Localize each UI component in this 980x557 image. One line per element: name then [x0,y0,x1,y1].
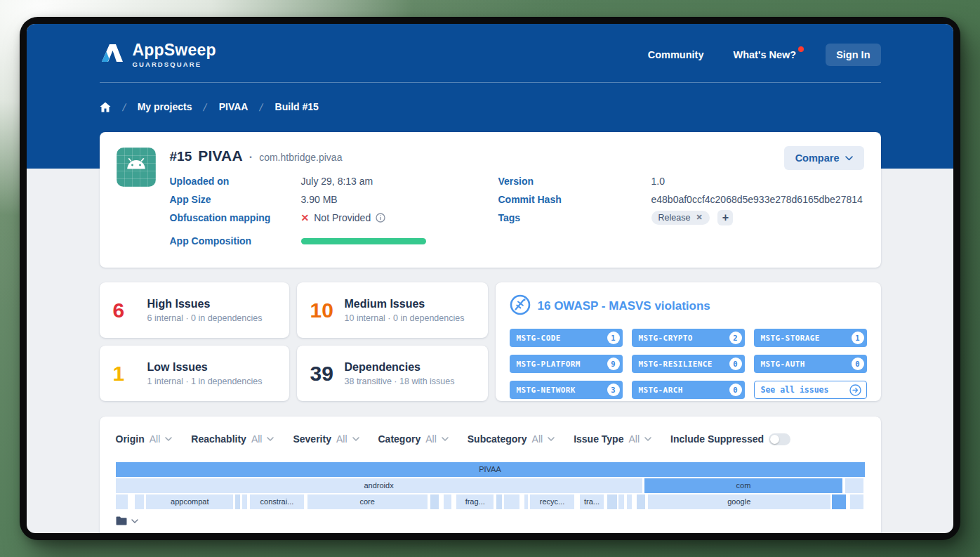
field-app-composition: App Composition [170,232,498,250]
breadcrumb-item-my-projects[interactable]: My projects [138,101,192,112]
treemap-node-tra[interactable]: tra... [580,494,604,509]
summary-title: High Issues [147,298,263,310]
treemap-node[interactable] [627,494,632,509]
include-suppressed-toggle[interactable] [769,433,790,445]
field-app-size: App Size 3.90 MB [170,190,498,209]
treemap-node-androidx[interactable]: androidx [116,478,642,493]
filter-label: Severity [293,433,331,445]
summary-subtitle: 1 internal · 1 in dependencies [147,376,263,386]
folder-icon [116,516,127,525]
badge-label: MSTG-ARCH [639,386,683,395]
treemap-node[interactable] [116,494,128,509]
compare-button[interactable]: Compare [784,146,864,170]
treemap-node-pivaa[interactable]: PIVAA [116,462,865,477]
app-composition-bar[interactable] [301,238,426,244]
project-name: PIVAA [198,148,243,164]
treemap-node[interactable] [504,494,519,509]
field-commit-hash: Commit Hash e48b0af0ccf4c2068d5e933e278d… [498,190,864,209]
brand-subtitle: GUARDSQUARE [133,60,216,68]
issues-summary-section: 16 OWASP - MASVS violations MSTG-CODE1MS… [100,282,881,401]
field-value: 3.90 MB [301,194,338,205]
info-icon[interactable] [376,213,385,223]
treemap-node[interactable] [430,494,439,509]
field-tags: Tags Release✕ + [498,209,864,227]
summary-subtitle: 6 internal · 0 in dependencies [147,313,263,323]
filter-label: Subcategory [468,433,527,445]
filter-category[interactable]: CategoryAll [378,433,449,445]
masvs-badge-mstg-arch[interactable]: MSTG-ARCH0 [632,381,745,399]
filter-bar: OriginAllReachablityAllSeverityAllCatego… [116,431,865,447]
title-separator: · [249,151,253,164]
summary-text: Low Issues1 internal · 1 in dependencies [147,361,263,386]
filter-subcategory[interactable]: SubcategoryAll [468,433,555,445]
treemap-node-appcompat[interactable]: appcompat [146,494,233,509]
filter-value: All [425,433,437,445]
breadcrumb-item-pivaa[interactable]: PIVAA [219,101,249,112]
treemap-node-frag[interactable]: frag... [456,494,494,509]
masvs-badge-mstg-crypto[interactable]: MSTG-CRYPTO2 [632,329,745,347]
nav-community[interactable]: Community [648,49,704,60]
nav-whats-new-label: What's New? [734,49,797,60]
masvs-badge-mstg-network[interactable]: MSTG-NETWORK3 [510,381,623,399]
header-divider [100,82,881,83]
masvs-badge-mstg-resilience[interactable]: MSTG-RESILIENCE0 [632,355,745,373]
treemap-node[interactable] [607,494,617,509]
treemap-node[interactable] [496,494,502,509]
treemap-node[interactable] [524,494,528,509]
filter-severity[interactable]: SeverityAll [293,433,359,445]
field-value: 1.0 [651,176,665,187]
filter-reachablity[interactable]: ReachablityAll [191,433,274,445]
treemap-node[interactable] [637,494,645,509]
filter-label: Category [378,433,421,445]
treemap-node[interactable] [850,494,863,509]
nav-whats-new[interactable]: What's New? [734,49,797,60]
sign-in-button[interactable]: Sign In [826,44,880,66]
masvs-badge-mstg-storage[interactable]: MSTG-STORAGE1 [754,329,867,347]
appsweep-logo[interactable]: AppSweep GUARDSQUARE [100,41,216,68]
top-nav: Community What's New? Sign In [648,44,881,66]
breadcrumb: /My projects/PIVAA/Build #15 [100,100,881,114]
filter-origin[interactable]: OriginAll [116,433,173,445]
treemap-node[interactable] [832,494,846,509]
masvs-badge-mstg-code[interactable]: MSTG-CODE1 [510,329,623,347]
chevron-down-icon [352,437,359,441]
treemap-node-google[interactable]: google [648,494,830,509]
treemap-node-core[interactable]: core [307,494,428,509]
x-mark-icon: ✕ [301,212,310,223]
folder-toggle[interactable] [116,516,865,525]
treemap-node-recyc[interactable]: recyc... [530,494,574,509]
remove-tag-icon[interactable]: ✕ [696,213,702,222]
add-tag-button[interactable]: + [717,210,733,225]
summary-card-high-issues[interactable]: 6High Issues6 internal · 0 in dependenci… [100,282,289,338]
see-all-issues-button[interactable]: See all issues [754,381,867,399]
masvs-badge-mstg-auth[interactable]: MSTG-AUTH0 [754,355,867,373]
summary-card-low-issues[interactable]: 1Low Issues1 internal · 1 in dependencie… [100,346,289,401]
treemap-node[interactable] [135,494,145,509]
treemap-row-1: PIVAA [116,462,865,477]
window-frame: AppSweep GUARDSQUARE Community What's Ne… [20,17,960,540]
breadcrumb-item-build-15[interactable]: Build #15 [275,101,319,112]
badge-count: 9 [607,358,620,370]
chevron-down-icon [267,437,274,441]
treemap-node-constrai[interactable]: constrai... [250,494,304,509]
badge-label: MSTG-NETWORK [517,386,576,395]
treemap-node[interactable] [845,478,863,493]
filter-label: Issue Type [574,433,623,445]
field-label: Version [498,176,651,187]
tag-chip-release[interactable]: Release✕ [651,211,710,225]
filter-issue-type[interactable]: Issue TypeAll [574,433,651,445]
field-uploaded-on: Uploaded on July 29, 8:13 am [170,172,498,190]
badge-label: MSTG-RESILIENCE [639,360,713,369]
badge-count: 1 [607,332,620,344]
summary-count: 6 [113,299,137,322]
masvs-badge-mstg-platform[interactable]: MSTG-PLATFORM9 [510,355,623,373]
treemap-node[interactable] [444,494,451,509]
home-icon[interactable] [100,102,111,112]
treemap-node[interactable] [618,494,624,509]
treemap-node-com[interactable]: com [644,478,843,493]
summary-card-medium-issues[interactable]: 10Medium Issues10 internal · 0 in depend… [297,282,488,338]
summary-card-dependencies[interactable]: 39Dependencies38 transitive · 18 with is… [297,346,488,401]
treemap-node[interactable] [235,494,240,509]
treemap-node[interactable] [242,494,247,509]
chevron-down-icon [442,437,449,441]
